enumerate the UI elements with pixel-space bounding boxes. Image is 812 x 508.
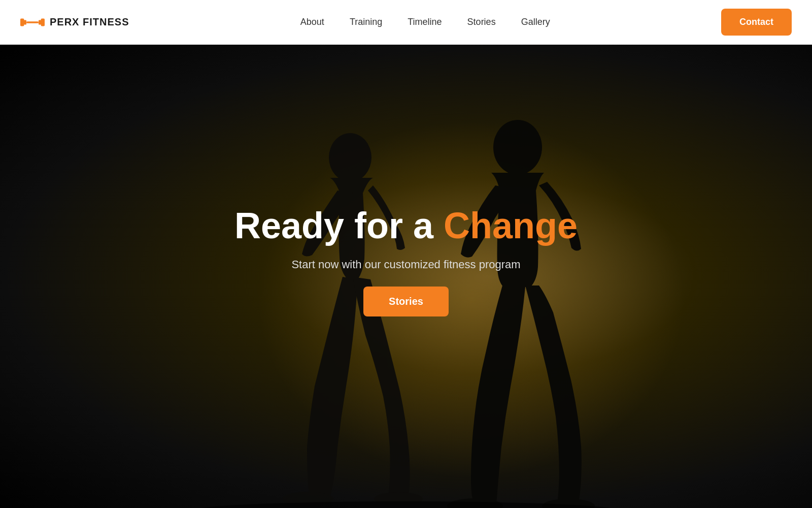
brand-logo-link[interactable]: PERX FITNESS xyxy=(20,15,129,30)
svg-rect-4 xyxy=(41,18,45,26)
svg-rect-2 xyxy=(26,21,39,23)
svg-point-8 xyxy=(493,120,542,175)
contact-button[interactable]: Contact xyxy=(721,9,792,36)
nav-training[interactable]: Training xyxy=(350,17,382,27)
hero-title-accent: Change xyxy=(444,205,578,246)
svg-rect-1 xyxy=(23,20,26,24)
nav-about[interactable]: About xyxy=(300,17,324,27)
hero-title-text: Ready for a xyxy=(234,205,444,246)
svg-point-5 xyxy=(329,133,371,182)
nav-links: About Training Timeline Stories Gallery xyxy=(300,17,550,27)
nav-timeline[interactable]: Timeline xyxy=(408,17,442,27)
nav-gallery[interactable]: Gallery xyxy=(521,17,550,27)
svg-rect-0 xyxy=(20,18,24,26)
nav-stories[interactable]: Stories xyxy=(467,17,496,27)
hero-subtitle: Start now with our customized fitness pr… xyxy=(291,258,520,271)
hero-cta-button[interactable]: Stories xyxy=(363,287,449,316)
brand-name: PERX FITNESS xyxy=(50,16,129,28)
hero-section: Ready for a Change Start now with our cu… xyxy=(0,45,812,508)
hero-content: Ready for a Change Start now with our cu… xyxy=(234,206,578,316)
navbar: PERX FITNESS About Training Timeline Sto… xyxy=(0,0,812,45)
dumbbell-icon xyxy=(20,15,45,30)
hero-title: Ready for a Change xyxy=(234,206,578,246)
